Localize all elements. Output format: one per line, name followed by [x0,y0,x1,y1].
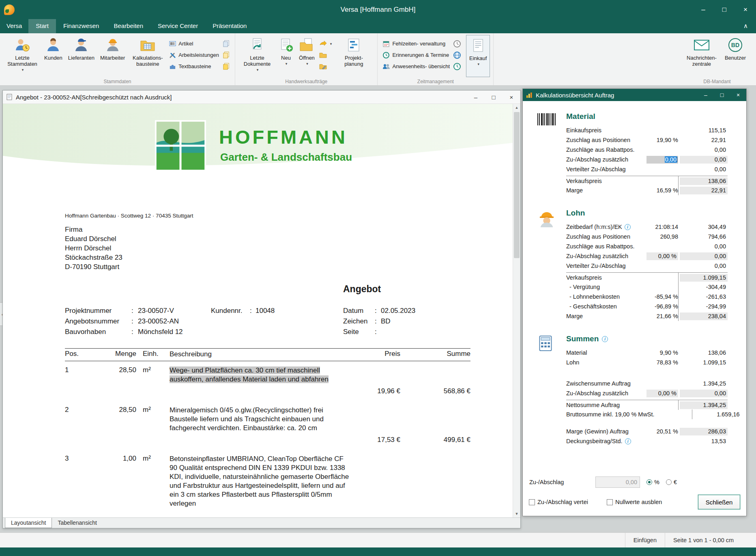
clock-button-1[interactable] [453,39,461,48]
minimize-button[interactable]: – [698,89,714,101]
letzte-stammdaten-button[interactable]: Letzte Stammdaten▾ [3,35,41,73]
table-row[interactable]: 3 1,00 m² Betonsteinpflaster UMBRIANO, C… [65,450,470,511]
zuabschlag-summen-input[interactable]: 0,00 % [646,390,678,397]
message-center-icon [694,37,710,54]
fehlzeiten-button[interactable]: Fehlzeiten- verwaltung [382,39,450,48]
meta-value: 23-00507-V [138,307,174,315]
button-label: Artikel [178,41,193,47]
tab-finanzwesen[interactable]: Finanzwesen [56,19,106,33]
percent-radio[interactable]: % [646,479,659,485]
projektplanung-button[interactable]: Projekt-planung [333,35,374,67]
arbeitsleistungen-button[interactable]: Arbeitsleistungen [169,50,219,60]
header-pos: Pos. [65,350,88,359]
versa-logo-icon [4,4,15,15]
cell-summe [400,508,470,511]
timer-button[interactable] [453,62,461,71]
benutzer-button[interactable]: BD Benutzer [722,35,749,61]
table-row[interactable]: 1 28,50 m² Wege- und Platzflächen ca. 30… [65,361,470,395]
scroll-up-icon[interactable]: ▲ [513,104,520,111]
insert-mode-status[interactable]: Einfügen [625,533,665,547]
lieferanten-button[interactable]: Lieferanten [65,35,97,61]
info-icon[interactable]: i [625,224,631,230]
copy-button-3[interactable] [222,62,230,71]
maximize-button[interactable]: □ [714,0,735,19]
close-button[interactable]: × [735,0,756,19]
zuabschlag-lohn-input[interactable]: 0,00 % [646,252,678,260]
row-value: 22,91 [680,187,728,194]
kalk-row: Zwischensumme Auftrag1.394,25 [566,379,728,388]
folder-pencil-icon [319,63,327,70]
tab-service-center[interactable]: Service Center [150,19,205,33]
recipient-address: Firma Eduard Dörschel Herrn Dörschel Stö… [65,225,122,272]
einkauf-button[interactable]: Einkauf ▾ [466,35,490,77]
nullwerte-ausblenden-checkbox[interactable]: Nullwerte ausblen [607,499,662,505]
tab-bearbeiten[interactable]: Bearbeiten [106,19,150,33]
oeffnen-button[interactable]: Öffnen ▾ [296,35,318,67]
zuabschlag-material-input[interactable]: 0,00 [646,156,678,164]
supplier-icon [74,37,88,54]
meta-label: Angebotsnummer [65,317,119,325]
row-label: - Lohnnebenkosten [566,293,641,300]
euro-radio[interactable]: € [666,479,677,485]
row-mid-value: 21:08:14 [655,224,678,230]
kalkulation-titlebar[interactable]: Kalkulationsübersicht Auftrag – □ × [523,89,746,101]
row-mid-value: 260,98 [660,233,678,240]
meta-value: BD [381,317,391,325]
textbausteine-button[interactable]: Textbausteine [169,62,219,71]
chevron-up-icon[interactable]: ∧ [743,19,748,33]
row-value: 138,06 [680,177,728,185]
zuabschlag-input[interactable]: 0,00 [595,476,640,488]
folder-button[interactable] [319,50,332,60]
row-value: 138,06 [680,349,728,357]
zuabschlag-verteilen-checkbox[interactable]: Zu-/Abschlag vertei [529,499,588,505]
close-button[interactable]: × [503,91,520,103]
table-row[interactable]: 2 28,50 m² Mineralgemisch 0/45 o.glw.(Re… [65,401,470,444]
mitarbeiter-button[interactable]: Mitarbeiter [97,35,128,61]
kalk-row: - Geschäftskosten-96,89 %-294,99 [566,302,728,311]
kunden-button[interactable]: Kunden [41,35,65,61]
row-value: 238,04 [680,312,728,320]
row-label: Zeitbedarf (h:m:s)/EKi [566,224,641,230]
row-mid-value: -85,94 % [655,293,678,300]
tab-praesentation[interactable]: Präsentation [205,19,254,33]
maximize-button[interactable]: □ [714,89,730,101]
tab-start[interactable]: Start [28,19,56,33]
maximize-button[interactable]: □ [485,91,503,103]
world-clock-button[interactable] [453,50,461,60]
meta-value: 02.05.2023 [381,307,415,315]
section-summen: Summeni Material9,90 %138,06 Lohn78,83 %… [537,334,728,446]
copy-icon [222,51,230,59]
dropdown-arrow-icon: ▾ [477,61,479,67]
info-icon[interactable]: i [625,438,631,444]
neu-button[interactable]: Neu ▾ [276,35,296,67]
copy-button-2[interactable] [222,50,230,60]
nachrichtenzentrale-button[interactable]: Nachrichten-zentrale [681,35,722,67]
open-document-icon [299,37,314,54]
row-label: Material [566,349,641,356]
scrollbar-thumb[interactable] [514,112,520,258]
kalk-row: - Lohnnebenkosten-85,94 %-261,63 [566,292,728,302]
cell-menge: 28,50 [88,366,136,384]
close-button[interactable]: × [730,89,746,101]
cell-einh: m² [136,406,166,433]
forward-button[interactable]: ▾ [319,39,332,48]
folder-edit-button[interactable] [319,62,332,71]
anwesenheit-button[interactable]: Anwesenheits- übersicht [382,62,450,71]
tab-tabellenansicht[interactable]: Tabellenansicht [52,518,103,528]
row-mid-value: 19,90 % [657,137,678,143]
letzte-dokumente-button[interactable]: Letzte Dokumente▾ [238,35,276,73]
erinnerungen-button[interactable]: Erinnerungen & Termine [382,50,450,60]
vertical-scrollbar[interactable]: ▲ ▼ [513,104,520,517]
schliessen-button[interactable]: Schließen [698,495,740,509]
menu-versa[interactable]: Versa [0,19,28,33]
artikel-button[interactable]: Artikel [169,39,219,48]
tab-layoutansicht[interactable]: Layoutansicht [5,518,52,528]
minimize-button[interactable]: – [467,91,485,103]
copy-button-1[interactable] [222,39,230,48]
document-titlebar[interactable]: Angebot - 23-00052-AN[Schreibgeschützt n… [3,91,520,104]
info-icon[interactable]: i [602,336,608,342]
minimize-button[interactable]: – [693,0,714,19]
kalkulationsbausteine-button[interactable]: Kalkulations-bausteine [128,35,168,67]
document-page[interactable]: HOFFMANN Garten- & Landschaftsbau Hoffma… [3,104,513,517]
scroll-down-icon[interactable]: ▼ [513,510,520,517]
